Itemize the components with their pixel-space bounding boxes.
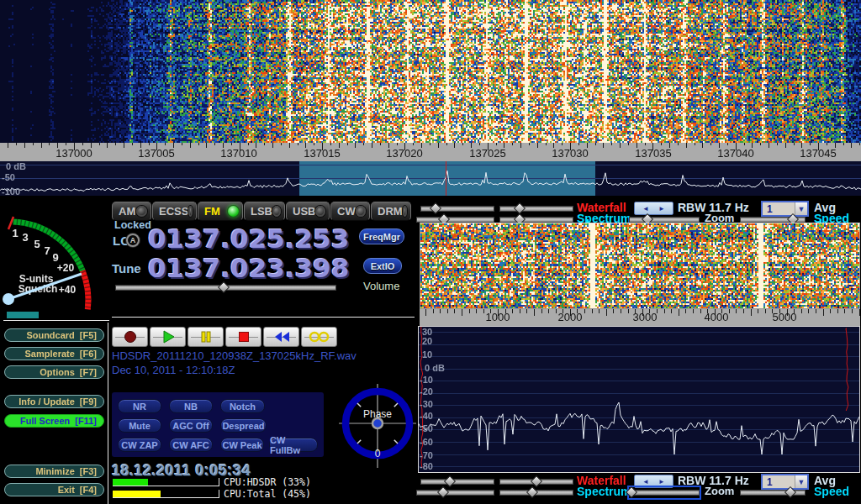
mode-led	[136, 206, 147, 217]
button-label: Minimize	[35, 466, 74, 476]
record-button[interactable]	[112, 327, 148, 347]
spectrum-range-slider-2[interactable]	[416, 487, 494, 498]
freq-tick-label: 1000	[486, 311, 510, 323]
arrow-right-icon[interactable]: ►	[658, 205, 665, 213]
button-hotkey: [F3]	[80, 466, 97, 476]
button-label: Samplerate	[25, 349, 75, 359]
notch-button[interactable]: Notch	[220, 399, 265, 413]
cpu-total-bar	[113, 490, 219, 498]
phase-dial[interactable]: Phase 0	[339, 384, 416, 470]
options-button[interactable]: Options[F7]	[4, 365, 104, 379]
s-meter-tick-label: 5	[34, 238, 40, 250]
arrow-right-icon[interactable]: ►	[658, 478, 665, 486]
samplerate-button[interactable]: Samplerate[F6]	[4, 347, 104, 360]
nb-button[interactable]: NB	[169, 399, 213, 413]
mode-button-ecss[interactable]: ECSS	[152, 202, 197, 221]
cw-peak-button[interactable]: CW Peak	[220, 438, 264, 452]
db-label: -50	[420, 423, 433, 433]
mode-led	[272, 206, 281, 217]
mode-label: DRM	[378, 205, 403, 218]
rbw-spinner-2[interactable]: ◄►	[634, 475, 673, 488]
waterfall-brightness-slider[interactable]	[420, 203, 494, 214]
cpu-hdsdr-bar	[113, 478, 219, 486]
tune-frequency-display[interactable]: 0137.023.398	[148, 253, 349, 283]
mode-led	[228, 206, 239, 217]
mode-button-cw[interactable]: CW	[330, 202, 370, 221]
main-waterfall-display[interactable]	[0, 0, 861, 143]
play-button[interactable]	[150, 327, 186, 347]
freq-tick-label: 3000	[633, 311, 658, 323]
waterfall-contrast-slider-2[interactable]	[499, 476, 573, 487]
recording-filename: HDSDR_20111210_120938Z_137025kHz_RF.wav	[112, 349, 357, 362]
arrow-left-icon[interactable]: ◄	[642, 478, 649, 486]
lo-frequency-display[interactable]: 0137.025.253	[148, 223, 349, 254]
speed-slider-2[interactable]	[740, 487, 806, 498]
volume-slider[interactable]	[115, 282, 336, 293]
minimize-button[interactable]: Minimize[F3]	[4, 465, 104, 478]
waterfall-contrast-slider[interactable]	[499, 203, 573, 214]
button-hotkey: [F11]	[75, 416, 97, 426]
agc-off-button[interactable]: AGC Off	[169, 418, 213, 433]
waterfall-brightness-slider-2[interactable]	[420, 476, 494, 487]
record-icon	[115, 328, 145, 345]
extio-button[interactable]: ExtIO	[363, 258, 402, 274]
button-hotkey: [F4]	[80, 485, 97, 495]
db-label: -40	[420, 411, 433, 421]
freq-tick-label: 5000	[773, 311, 797, 323]
mode-button-lsb[interactable]: LSB	[244, 202, 285, 221]
freq-tick-label: 137040	[717, 147, 753, 160]
freq-tick-label: 137020	[386, 147, 422, 160]
zoom-slider-2[interactable]	[629, 487, 700, 498]
soundcard-button[interactable]: Soundcard[F5]	[4, 328, 104, 342]
zoom-waterfall-display[interactable]	[420, 223, 859, 308]
s-meter-tick-label: 7	[44, 244, 50, 257]
spectrum-offset-slider-2[interactable]	[499, 487, 573, 498]
volume-label: Volume	[363, 280, 399, 292]
phase-tick	[357, 403, 361, 407]
lo-a-badge[interactable]: A	[126, 234, 140, 247]
chevron-down-icon[interactable]: ▼	[795, 202, 807, 215]
mode-bar: AM ECSS FM LSB USB CW DRM	[112, 202, 411, 221]
locked-indicator: Locked	[114, 219, 151, 231]
freq-tick-label: 137010	[220, 147, 256, 160]
tape-loop-button[interactable]	[301, 327, 337, 347]
cw-zap-button[interactable]: CW ZAP	[118, 438, 161, 452]
stop-icon	[229, 328, 259, 345]
phase-knob[interactable]	[372, 418, 383, 428]
info-update-button[interactable]: Info / Update[F9]	[4, 395, 104, 408]
slider-thumb[interactable]	[218, 281, 230, 293]
mode-label: USB	[293, 205, 315, 218]
stop-button[interactable]	[225, 327, 261, 347]
s-meter-tick-label: 3	[22, 231, 28, 244]
mode-button-usb[interactable]: USB	[286, 202, 330, 221]
chevron-down-icon[interactable]: ▼	[795, 475, 807, 488]
pause-button[interactable]	[188, 327, 224, 347]
full-screen-button[interactable]: Full Screen[F11]	[4, 414, 104, 428]
mode-button-am[interactable]: AM	[112, 202, 151, 221]
s-meter-tick-label: 1	[12, 227, 18, 239]
main-spectrum-display[interactable]	[0, 161, 861, 196]
despread-button[interactable]: Despread	[220, 418, 267, 433]
cw-fullbw-button[interactable]: CW FullBw	[269, 438, 318, 452]
button-label: Options	[40, 367, 75, 377]
squelch-level-bar[interactable]	[7, 312, 39, 318]
cpu-hdsdr-label: CPU:HDSDR (33%)	[224, 476, 311, 488]
zoom-spectrum-display[interactable]	[419, 327, 859, 472]
button-label: Info / Update	[18, 396, 75, 407]
tune-label: Tune	[112, 261, 141, 276]
arrow-left-icon[interactable]: ◄	[642, 205, 649, 213]
rbw-spinner[interactable]: ◄►	[634, 202, 673, 215]
freqmgr-button[interactable]: FreqMgr	[359, 228, 404, 244]
mute-button[interactable]: Mute	[118, 418, 161, 433]
rewind-button[interactable]	[263, 327, 299, 347]
mode-led	[356, 206, 366, 217]
nr-button[interactable]: NR	[118, 399, 161, 413]
cw-afc-button[interactable]: CW AFC	[169, 438, 213, 452]
mode-button-drm[interactable]: DRM	[371, 202, 411, 221]
db-label: -80	[420, 461, 433, 471]
pause-icon	[191, 328, 221, 345]
mode-button-fm[interactable]: FM	[198, 202, 243, 221]
zoom-waterfall-panel	[420, 223, 860, 309]
exit-button[interactable]: Exit[F4]	[4, 483, 104, 496]
phase-tick	[394, 440, 398, 444]
